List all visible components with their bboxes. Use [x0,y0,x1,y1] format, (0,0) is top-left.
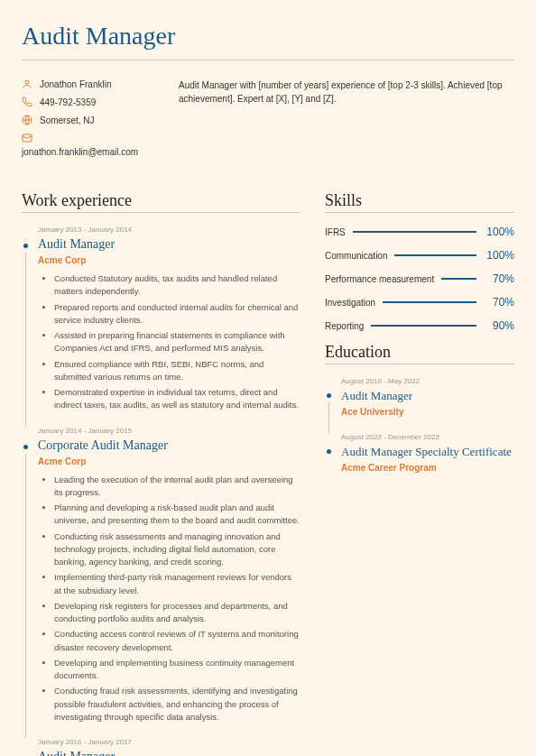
job-bullets: Conducted Statutory audits, tax audits a… [38,272,300,412]
job-bullets: Leading the execution of the internal au… [38,474,300,724]
job-company: Acme Corp [38,456,300,466]
skill-bar [383,301,476,303]
skill-percent: 100% [484,226,514,238]
job-bullet: Conducting risk assessments and managing… [54,530,300,569]
job-bullet: Ensured compliance with RBI, SEBI, NBFC … [54,358,300,384]
work-section-title: Work experience [22,191,300,210]
job-bullet: Prepared reports and conducted internal … [54,301,300,327]
contact-phone: 449-792-5359 [22,97,157,107]
skill-bar [353,231,476,233]
education-section-title: Education [325,343,514,362]
divider [22,60,514,60]
edu-dates: August 2022 - December 2022 [341,433,514,441]
skill-bar [371,325,476,327]
left-column: Work experience January 2013 - January 2… [22,191,300,756]
person-icon [22,78,32,89]
edu-title: Audit Manager [341,389,514,403]
job-bullet: Assisted in preparing financial statemen… [54,329,300,355]
right-column: Skills IFRS 100%Communication 100%Perfor… [325,191,514,756]
skill-name: Communication [325,251,387,261]
job-bullet: Conducting access control reviews of IT … [54,628,300,654]
skill-row: Communication 100% [325,249,514,262]
edu-dates: August 2018 - May 2022 [341,377,514,385]
job-item: January 2013 - January 2014 Audit Manage… [22,226,300,412]
edu-title: Audit Manager Specialty Certificate [341,445,514,459]
job-title: Audit Manager [38,237,300,252]
contact-phone-text: 449-792-5359 [40,97,96,107]
location-icon [22,115,32,125]
divider [325,212,514,213]
divider [325,364,514,364]
job-item: January 2014 - January 2015 Corporate Au… [22,427,300,724]
skill-percent: 90% [484,319,514,332]
skill-row: IFRS 100% [325,226,514,238]
job-bullet: Conducted Statutory audits, tax audits a… [54,272,300,299]
job-dates: January 2014 - January 2015 [38,427,300,435]
skill-bar [441,278,476,280]
page-title: Audit Manager [22,22,514,51]
job-bullet: Implementing third-party risk management… [54,571,300,597]
edu-school: Acme Career Program [341,463,514,473]
education-list: August 2018 - May 2022 Audit Manager Ace… [325,377,514,473]
job-bullet: Developing and implementing business con… [54,657,300,683]
job-dates: January 2013 - January 2014 [38,226,300,234]
contact-email [22,133,157,143]
skill-name: IFRS [325,227,346,237]
education-item: August 2022 - December 2022 Audit Manage… [325,433,514,473]
contact-location-text: Somerset, NJ [40,115,95,125]
job-title: Corporate Audit Manager [38,438,300,453]
skill-bar [394,254,476,256]
header-row: Jonathon Franklin 449-792-5359 Somerset,… [22,78,514,164]
skill-row: Reporting 90% [325,319,514,332]
skill-percent: 100% [484,249,514,262]
contact-location: Somerset, NJ [22,115,157,125]
main-row: Work experience January 2013 - January 2… [22,191,514,756]
jobs-list: January 2013 - January 2014 Audit Manage… [22,226,300,756]
job-bullet: Developing risk registers for processes … [54,600,300,626]
contact-name: Jonathon Franklin [22,78,157,89]
skill-name: Investigation [325,298,375,308]
job-bullet: Conducting fraud risk assessments, ident… [54,685,300,724]
contact-email-row: jonathon.franklin@email.com [22,147,157,157]
svg-point-0 [25,80,29,84]
contact-name-text: Jonathon Franklin [40,79,112,89]
skill-row: Performance measurement 70% [325,272,514,285]
education-item: August 2018 - May 2022 Audit Manager Ace… [325,377,514,417]
skill-percent: 70% [484,296,514,309]
job-bullet: Leading the execution of the internal au… [54,474,300,500]
divider [22,212,300,213]
skills-section-title: Skills [325,191,514,210]
job-bullet: Demonstrated expertise in individual tax… [54,386,300,412]
contact-column: Jonathon Franklin 449-792-5359 Somerset,… [22,78,157,164]
skill-percent: 70% [484,272,514,285]
edu-school: Ace University [341,407,514,417]
skill-name: Performance measurement [325,274,434,284]
contact-email-text: jonathon.franklin@email.com [22,147,138,157]
job-bullet: Planning and developing a risk-based aud… [54,502,300,528]
skill-name: Reporting [325,321,364,331]
email-icon [22,133,32,143]
summary-text: Audit Manager with [number of years] exp… [179,78,514,164]
job-company: Acme Corp [38,255,300,265]
job-title: Audit Manager [38,750,300,756]
job-dates: January 2016 - January 2017 [38,738,300,746]
skill-row: Investigation 70% [325,296,514,309]
job-item: January 2016 - January 2017 Audit Manage… [22,738,300,756]
phone-icon [22,97,32,107]
skills-list: IFRS 100%Communication 100%Performance m… [325,226,514,332]
